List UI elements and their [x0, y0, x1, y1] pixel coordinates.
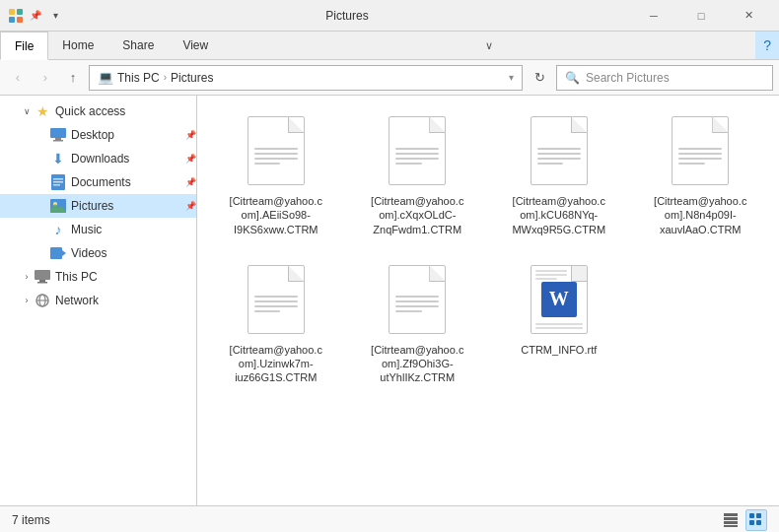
svg-rect-4 [50, 128, 66, 138]
large-icons-view-button[interactable] [745, 509, 767, 531]
spacer [35, 152, 49, 166]
file-icon-wrapper [665, 111, 736, 190]
pin-small-icon: 📌 [185, 201, 196, 211]
doc-icon [531, 116, 588, 185]
back-button[interactable]: ‹ [6, 66, 30, 90]
svg-rect-3 [17, 17, 23, 23]
title-bar: 📌 ▾ Pictures ─ □ ✕ [0, 0, 779, 32]
videos-icon [49, 244, 67, 262]
sidebar-item-music[interactable]: ♪ Music [0, 218, 196, 241]
main-area: ∨ ★ Quick access Desktop 📌 ⬇ Downloads 📌 [0, 96, 779, 505]
address-path[interactable]: 💻 This PC › Pictures ▾ [89, 65, 523, 91]
sidebar-label-pictures: Pictures [71, 199, 183, 213]
pin-icon: 📌 [28, 8, 43, 24]
chevron-down-icon[interactable]: ▾ [47, 8, 63, 24]
title-bar-icons: 📌 ▾ [8, 8, 63, 24]
svg-rect-22 [724, 517, 738, 520]
list-item[interactable]: [Citrteam@yahoo.com].Uzinwk7m-iuz66G1S.C… [209, 256, 343, 389]
list-item[interactable]: [Citrteam@yahoo.com].N8n4p09I-xauvlAaO.C… [634, 107, 768, 240]
computer-icon: 💻 [98, 70, 113, 85]
address-bar: ‹ › ↑ 💻 This PC › Pictures ▾ ↻ 🔍 Search … [0, 60, 779, 96]
file-icon-wrapper [382, 111, 453, 190]
svg-rect-1 [17, 9, 23, 15]
doc-icon [389, 265, 446, 334]
doc-icon [672, 116, 729, 185]
sidebar-label-music: Music [71, 223, 196, 236]
maximize-button[interactable]: □ [678, 0, 724, 32]
sidebar-item-this-pc[interactable]: › This PC [0, 265, 196, 289]
pin-small-icon: 📌 [185, 130, 196, 140]
list-item[interactable]: W CTRM_INFO.rtf [492, 256, 626, 389]
up-button[interactable]: ↑ [61, 66, 85, 90]
svg-rect-6 [53, 140, 63, 142]
svg-rect-23 [724, 521, 738, 524]
item-count: 7 items [12, 513, 50, 527]
forward-button[interactable]: › [34, 66, 57, 90]
pictures-icon [49, 197, 67, 215]
svg-rect-2 [9, 17, 15, 23]
sidebar-item-downloads[interactable]: ⬇ Downloads 📌 [0, 147, 196, 170]
file-icon-wrapper: W [524, 260, 595, 339]
sidebar-label-videos: Videos [71, 246, 196, 260]
ribbon-expand[interactable]: ∨ [477, 32, 501, 59]
tab-share[interactable]: Share [108, 32, 169, 59]
spacer [35, 246, 49, 260]
sidebar-label-documents: Documents [71, 175, 183, 189]
refresh-button[interactable]: ↻ [527, 65, 552, 91]
pin-small-icon: 📌 [185, 177, 196, 187]
svg-rect-26 [756, 513, 761, 518]
sidebar-item-desktop[interactable]: Desktop 📌 [0, 123, 196, 147]
svg-rect-8 [53, 178, 63, 180]
path-this-pc[interactable]: This PC [117, 71, 160, 85]
star-icon: ★ [34, 102, 51, 120]
svg-rect-5 [55, 138, 61, 140]
tab-file[interactable]: File [0, 32, 48, 60]
sidebar-item-documents[interactable]: Documents 📌 [0, 170, 196, 194]
file-name: [Citrteam@yahoo.com].Uzinwk7m-iuz66G1S.C… [227, 343, 325, 385]
svg-rect-0 [9, 9, 15, 15]
tab-home[interactable]: Home [48, 32, 108, 59]
desktop-icon [49, 126, 67, 144]
doc-icon [389, 116, 446, 185]
svg-rect-10 [53, 184, 60, 186]
word-badge: W [541, 282, 577, 317]
close-button[interactable]: ✕ [726, 0, 771, 32]
chevron-right-icon: › [20, 294, 34, 307]
search-icon: 🔍 [565, 71, 580, 85]
file-icon-wrapper [241, 260, 312, 339]
spacer [35, 223, 49, 236]
search-placeholder: Search Pictures [586, 71, 670, 85]
sidebar-label-desktop: Desktop [71, 128, 183, 142]
chevron-right-icon: › [20, 270, 34, 284]
sidebar-item-network[interactable]: › Network [0, 289, 196, 312]
minimize-button[interactable]: ─ [631, 0, 676, 32]
help-button[interactable]: ? [755, 32, 779, 59]
list-item[interactable]: [Citrteam@yahoo.com].AEiiSo98-I9KS6xww.C… [209, 107, 343, 240]
svg-rect-17 [37, 282, 47, 284]
downloads-icon: ⬇ [49, 150, 67, 167]
sidebar-item-videos[interactable]: Videos [0, 241, 196, 265]
sidebar-item-quick-access[interactable]: ∨ ★ Quick access [0, 100, 196, 123]
ribbon-tabs: File Home Share View ∨ ? [0, 32, 779, 59]
list-view-button[interactable] [720, 509, 742, 531]
view-controls [720, 509, 767, 531]
spacer [35, 199, 49, 213]
doc-icon [248, 265, 305, 334]
list-item[interactable]: [Citrteam@yahoo.com].kCU68NYq-MWxq9R5G.C… [492, 107, 626, 240]
path-dropdown[interactable]: ▾ [509, 72, 514, 83]
file-icon-wrapper [241, 111, 312, 190]
list-item[interactable]: [Citrteam@yahoo.com].Zf9Ohi3G-utYhlIKz.C… [351, 256, 485, 389]
svg-rect-25 [749, 513, 754, 518]
svg-marker-14 [62, 250, 66, 256]
file-icon-wrapper [524, 111, 595, 190]
list-item[interactable]: [Citrteam@yahoo.com].cXqxOLdC-ZnqFwdm1.C… [351, 107, 485, 240]
sidebar-item-pictures[interactable]: Pictures 📌 [0, 194, 196, 218]
doc-icon [248, 116, 305, 185]
spacer [35, 128, 49, 142]
svg-rect-21 [724, 513, 738, 516]
search-box[interactable]: 🔍 Search Pictures [556, 65, 773, 91]
svg-rect-24 [724, 525, 738, 527]
this-pc-icon [34, 268, 51, 286]
tab-view[interactable]: View [169, 32, 223, 59]
path-pictures[interactable]: Pictures [171, 71, 213, 85]
